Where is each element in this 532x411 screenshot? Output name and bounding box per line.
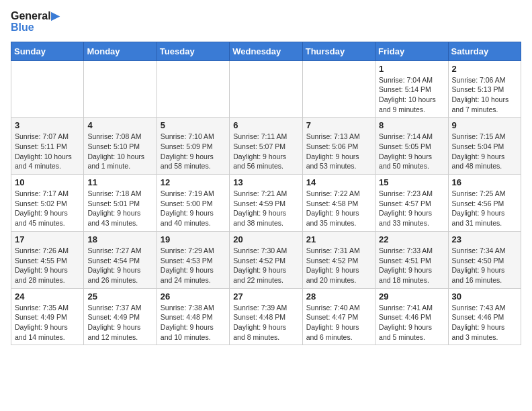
day-info: Sunrise: 7:40 AM Sunset: 4:47 PM Dayligh… bbox=[306, 303, 371, 342]
day-number: 26 bbox=[161, 291, 226, 302]
day-cell: 24Sunrise: 7:35 AM Sunset: 4:49 PM Dayli… bbox=[11, 288, 84, 345]
day-number: 30 bbox=[452, 291, 517, 302]
day-cell: 1Sunrise: 7:04 AM Sunset: 5:14 PM Daylig… bbox=[375, 60, 448, 118]
day-number: 25 bbox=[87, 291, 152, 302]
day-cell: 25Sunrise: 7:37 AM Sunset: 4:49 PM Dayli… bbox=[84, 288, 157, 345]
day-info: Sunrise: 7:18 AM Sunset: 5:01 PM Dayligh… bbox=[87, 189, 152, 228]
day-number: 24 bbox=[15, 291, 80, 302]
day-info: Sunrise: 7:25 AM Sunset: 4:56 PM Dayligh… bbox=[452, 189, 517, 228]
day-cell: 17Sunrise: 7:26 AM Sunset: 4:55 PM Dayli… bbox=[11, 231, 84, 288]
day-header-monday: Monday bbox=[84, 42, 157, 60]
day-number: 12 bbox=[161, 177, 226, 187]
day-info: Sunrise: 7:38 AM Sunset: 4:48 PM Dayligh… bbox=[161, 303, 226, 342]
day-number: 9 bbox=[452, 120, 517, 130]
day-number: 1 bbox=[379, 64, 444, 74]
day-info: Sunrise: 7:13 AM Sunset: 5:06 PM Dayligh… bbox=[306, 132, 371, 171]
day-number: 14 bbox=[306, 177, 371, 187]
day-info: Sunrise: 7:08 AM Sunset: 5:10 PM Dayligh… bbox=[87, 132, 152, 171]
logo: General▶ Blue bbox=[11, 11, 59, 34]
day-info: Sunrise: 7:37 AM Sunset: 4:49 PM Dayligh… bbox=[87, 303, 152, 342]
day-number: 23 bbox=[452, 234, 517, 244]
week-row-3: 10Sunrise: 7:17 AM Sunset: 5:02 PM Dayli… bbox=[11, 175, 521, 232]
week-row-2: 3Sunrise: 7:07 AM Sunset: 5:11 PM Daylig… bbox=[11, 118, 521, 175]
day-info: Sunrise: 7:41 AM Sunset: 4:46 PM Dayligh… bbox=[379, 303, 444, 342]
week-row-5: 24Sunrise: 7:35 AM Sunset: 4:49 PM Dayli… bbox=[11, 288, 521, 345]
day-number: 3 bbox=[15, 120, 80, 130]
day-info: Sunrise: 7:34 AM Sunset: 4:50 PM Dayligh… bbox=[452, 246, 517, 285]
day-cell: 11Sunrise: 7:18 AM Sunset: 5:01 PM Dayli… bbox=[84, 175, 157, 232]
day-number: 27 bbox=[233, 291, 298, 302]
day-info: Sunrise: 7:33 AM Sunset: 4:51 PM Dayligh… bbox=[379, 246, 444, 285]
day-info: Sunrise: 7:19 AM Sunset: 5:00 PM Dayligh… bbox=[161, 189, 226, 228]
day-cell: 2Sunrise: 7:06 AM Sunset: 5:13 PM Daylig… bbox=[448, 60, 521, 118]
header-row: SundayMondayTuesdayWednesdayThursdayFrid… bbox=[11, 42, 521, 60]
day-cell: 15Sunrise: 7:23 AM Sunset: 4:57 PM Dayli… bbox=[375, 175, 448, 232]
day-cell: 5Sunrise: 7:10 AM Sunset: 5:09 PM Daylig… bbox=[157, 118, 229, 175]
week-row-1: 1Sunrise: 7:04 AM Sunset: 5:14 PM Daylig… bbox=[11, 60, 521, 118]
day-number: 2 bbox=[452, 64, 517, 74]
day-header-thursday: Thursday bbox=[302, 42, 375, 60]
day-info: Sunrise: 7:39 AM Sunset: 4:48 PM Dayligh… bbox=[233, 303, 298, 342]
day-cell: 7Sunrise: 7:13 AM Sunset: 5:06 PM Daylig… bbox=[302, 118, 375, 175]
day-cell: 26Sunrise: 7:38 AM Sunset: 4:48 PM Dayli… bbox=[157, 288, 229, 345]
day-number: 29 bbox=[379, 291, 444, 302]
day-info: Sunrise: 7:43 AM Sunset: 4:46 PM Dayligh… bbox=[452, 303, 517, 342]
day-cell: 22Sunrise: 7:33 AM Sunset: 4:51 PM Dayli… bbox=[375, 231, 448, 288]
day-info: Sunrise: 7:11 AM Sunset: 5:07 PM Dayligh… bbox=[233, 132, 298, 171]
day-number: 13 bbox=[233, 177, 298, 187]
day-info: Sunrise: 7:30 AM Sunset: 4:52 PM Dayligh… bbox=[233, 246, 298, 285]
day-cell: 13Sunrise: 7:21 AM Sunset: 4:59 PM Dayli… bbox=[230, 175, 302, 232]
week-row-4: 17Sunrise: 7:26 AM Sunset: 4:55 PM Dayli… bbox=[11, 231, 521, 288]
day-info: Sunrise: 7:23 AM Sunset: 4:57 PM Dayligh… bbox=[379, 189, 444, 228]
day-info: Sunrise: 7:29 AM Sunset: 4:53 PM Dayligh… bbox=[161, 246, 226, 285]
day-number: 5 bbox=[161, 120, 226, 130]
day-number: 28 bbox=[306, 291, 371, 302]
day-header-saturday: Saturday bbox=[448, 42, 521, 60]
day-cell: 29Sunrise: 7:41 AM Sunset: 4:46 PM Dayli… bbox=[375, 288, 448, 345]
day-number: 10 bbox=[15, 177, 80, 187]
day-cell: 9Sunrise: 7:15 AM Sunset: 5:04 PM Daylig… bbox=[448, 118, 521, 175]
day-number: 16 bbox=[452, 177, 517, 187]
day-info: Sunrise: 7:14 AM Sunset: 5:05 PM Dayligh… bbox=[379, 132, 444, 171]
day-info: Sunrise: 7:15 AM Sunset: 5:04 PM Dayligh… bbox=[452, 132, 517, 171]
day-cell: 28Sunrise: 7:40 AM Sunset: 4:47 PM Dayli… bbox=[302, 288, 375, 345]
day-number: 21 bbox=[306, 234, 371, 244]
day-info: Sunrise: 7:26 AM Sunset: 4:55 PM Dayligh… bbox=[15, 246, 80, 285]
day-cell: 4Sunrise: 7:08 AM Sunset: 5:10 PM Daylig… bbox=[84, 118, 157, 175]
day-cell: 3Sunrise: 7:07 AM Sunset: 5:11 PM Daylig… bbox=[11, 118, 84, 175]
day-cell: 18Sunrise: 7:27 AM Sunset: 4:54 PM Dayli… bbox=[84, 231, 157, 288]
day-cell: 20Sunrise: 7:30 AM Sunset: 4:52 PM Dayli… bbox=[230, 231, 302, 288]
day-info: Sunrise: 7:22 AM Sunset: 4:58 PM Dayligh… bbox=[306, 189, 371, 228]
day-cell: 10Sunrise: 7:17 AM Sunset: 5:02 PM Dayli… bbox=[11, 175, 84, 232]
day-cell: 23Sunrise: 7:34 AM Sunset: 4:50 PM Dayli… bbox=[448, 231, 521, 288]
day-number: 15 bbox=[379, 177, 444, 187]
day-info: Sunrise: 7:21 AM Sunset: 4:59 PM Dayligh… bbox=[233, 189, 298, 228]
day-cell: 19Sunrise: 7:29 AM Sunset: 4:53 PM Dayli… bbox=[157, 231, 229, 288]
day-info: Sunrise: 7:31 AM Sunset: 4:52 PM Dayligh… bbox=[306, 246, 371, 285]
day-info: Sunrise: 7:10 AM Sunset: 5:09 PM Dayligh… bbox=[161, 132, 226, 171]
day-header-sunday: Sunday bbox=[11, 42, 84, 60]
day-info: Sunrise: 7:17 AM Sunset: 5:02 PM Dayligh… bbox=[15, 189, 80, 228]
day-cell bbox=[302, 60, 375, 118]
day-number: 18 bbox=[87, 234, 152, 244]
day-header-tuesday: Tuesday bbox=[157, 42, 229, 60]
day-number: 7 bbox=[306, 120, 371, 130]
day-cell: 16Sunrise: 7:25 AM Sunset: 4:56 PM Dayli… bbox=[448, 175, 521, 232]
day-number: 8 bbox=[379, 120, 444, 130]
day-number: 22 bbox=[379, 234, 444, 244]
day-number: 19 bbox=[161, 234, 226, 244]
day-number: 20 bbox=[233, 234, 298, 244]
day-number: 6 bbox=[233, 120, 298, 130]
day-number: 11 bbox=[87, 177, 152, 187]
day-cell bbox=[11, 60, 84, 118]
day-number: 4 bbox=[87, 120, 152, 130]
day-cell bbox=[84, 60, 157, 118]
day-cell: 21Sunrise: 7:31 AM Sunset: 4:52 PM Dayli… bbox=[302, 231, 375, 288]
day-cell: 6Sunrise: 7:11 AM Sunset: 5:07 PM Daylig… bbox=[230, 118, 302, 175]
day-cell: 14Sunrise: 7:22 AM Sunset: 4:58 PM Dayli… bbox=[302, 175, 375, 232]
day-header-wednesday: Wednesday bbox=[230, 42, 302, 60]
header: General▶ Blue bbox=[11, 11, 521, 34]
day-header-friday: Friday bbox=[375, 42, 448, 60]
day-info: Sunrise: 7:35 AM Sunset: 4:49 PM Dayligh… bbox=[15, 303, 80, 342]
day-cell: 12Sunrise: 7:19 AM Sunset: 5:00 PM Dayli… bbox=[157, 175, 229, 232]
